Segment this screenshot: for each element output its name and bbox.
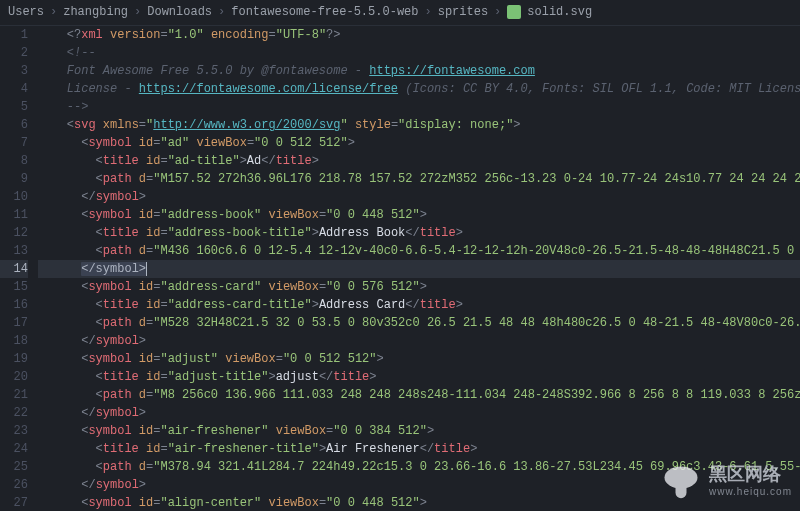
code-area[interactable]: <?xml version="1.0" encoding="UTF-8"?> <…	[38, 26, 800, 511]
line-number: 21	[0, 386, 28, 404]
code-line[interactable]: <title id="ad-title">Ad</title>	[38, 152, 800, 170]
code-line[interactable]: <path d="M436 160c6.6 0 12-5.4 12-12v-40…	[38, 242, 800, 260]
code-line[interactable]: Font Awesome Free 5.5.0 by @fontawesome …	[38, 62, 800, 80]
line-number: 4	[0, 80, 28, 98]
code-line[interactable]: <symbol id="air-freshener" viewBox="0 0 …	[38, 422, 800, 440]
line-number: 8	[0, 152, 28, 170]
code-line[interactable]: <title id="air-freshener-title">Air Fres…	[38, 440, 800, 458]
cursor	[146, 262, 147, 276]
watermark: 黑区网络 www.heiqu.com	[659, 461, 792, 505]
code-line[interactable]: <title id="address-book-title">Address B…	[38, 224, 800, 242]
code-line[interactable]: <path d="M528 32H48C21.5 32 0 53.5 0 80v…	[38, 314, 800, 332]
line-number: 5	[0, 98, 28, 116]
line-number: 26	[0, 476, 28, 494]
breadcrumb-sep: ›	[424, 3, 431, 21]
breadcrumb-item[interactable]: solid.svg	[527, 3, 592, 21]
watermark-sub: www.heiqu.com	[709, 483, 792, 501]
line-number: 15	[0, 278, 28, 296]
code-line[interactable]: </symbol>	[38, 188, 800, 206]
line-number: 13	[0, 242, 28, 260]
code-line[interactable]: </symbol>	[38, 404, 800, 422]
file-icon	[507, 5, 521, 19]
breadcrumb-item[interactable]: sprites	[438, 3, 488, 21]
line-number: 23	[0, 422, 28, 440]
editor[interactable]: 1234567891011121314151617181920212223242…	[0, 26, 800, 511]
code-line[interactable]: <!--	[38, 44, 800, 62]
breadcrumb-item[interactable]: zhangbing	[63, 3, 128, 21]
code-line[interactable]: <symbol id="address-book" viewBox="0 0 4…	[38, 206, 800, 224]
line-number: 27	[0, 494, 28, 511]
line-number: 3	[0, 62, 28, 80]
line-number: 22	[0, 404, 28, 422]
breadcrumb-sep: ›	[218, 3, 225, 21]
line-number: 18	[0, 332, 28, 350]
gutter: 1234567891011121314151617181920212223242…	[0, 26, 38, 511]
code-line[interactable]: <title id="address-card-title">Address C…	[38, 296, 800, 314]
code-line[interactable]: <symbol id="adjust" viewBox="0 0 512 512…	[38, 350, 800, 368]
breadcrumb-sep: ›	[494, 3, 501, 21]
line-number: 25	[0, 458, 28, 476]
line-number: 24	[0, 440, 28, 458]
line-number: 16	[0, 296, 28, 314]
code-line[interactable]: <svg xmlns="http://www.w3.org/2000/svg" …	[38, 116, 800, 134]
line-number: 14	[0, 260, 28, 278]
code-line[interactable]: <symbol id="address-card" viewBox="0 0 5…	[38, 278, 800, 296]
code-line[interactable]: <?xml version="1.0" encoding="UTF-8"?>	[38, 26, 800, 44]
svg-rect-1	[675, 482, 686, 499]
line-number: 12	[0, 224, 28, 242]
breadcrumb-item[interactable]: Users	[8, 3, 44, 21]
mushroom-icon	[659, 461, 703, 505]
selection: </symbol>	[81, 262, 146, 276]
code-line[interactable]: <symbol id="ad" viewBox="0 0 512 512">	[38, 134, 800, 152]
breadcrumb-item[interactable]: fontawesome-free-5.5.0-web	[231, 3, 418, 21]
line-number: 9	[0, 170, 28, 188]
line-number: 19	[0, 350, 28, 368]
breadcrumb-sep: ›	[134, 3, 141, 21]
line-number: 6	[0, 116, 28, 134]
code-line[interactable]: <path d="M157.52 272h36.96L176 218.78 15…	[38, 170, 800, 188]
code-line[interactable]: License - https://fontawesome.com/licens…	[38, 80, 800, 98]
line-number: 20	[0, 368, 28, 386]
line-number: 10	[0, 188, 28, 206]
code-line[interactable]: -->	[38, 98, 800, 116]
watermark-title: 黑区网络	[709, 464, 781, 484]
line-number: 1	[0, 26, 28, 44]
code-line[interactable]: <title id="adjust-title">adjust</title>	[38, 368, 800, 386]
breadcrumb-item[interactable]: Downloads	[147, 3, 212, 21]
line-number: 7	[0, 134, 28, 152]
line-number: 11	[0, 206, 28, 224]
line-number: 17	[0, 314, 28, 332]
code-line[interactable]: </symbol>	[38, 260, 800, 278]
line-number: 2	[0, 44, 28, 62]
breadcrumb[interactable]: Users›zhangbing›Downloads›fontawesome-fr…	[0, 0, 800, 26]
breadcrumb-sep: ›	[50, 3, 57, 21]
code-line[interactable]: </symbol>	[38, 332, 800, 350]
code-line[interactable]: <path d="M8 256c0 136.966 111.033 248 24…	[38, 386, 800, 404]
